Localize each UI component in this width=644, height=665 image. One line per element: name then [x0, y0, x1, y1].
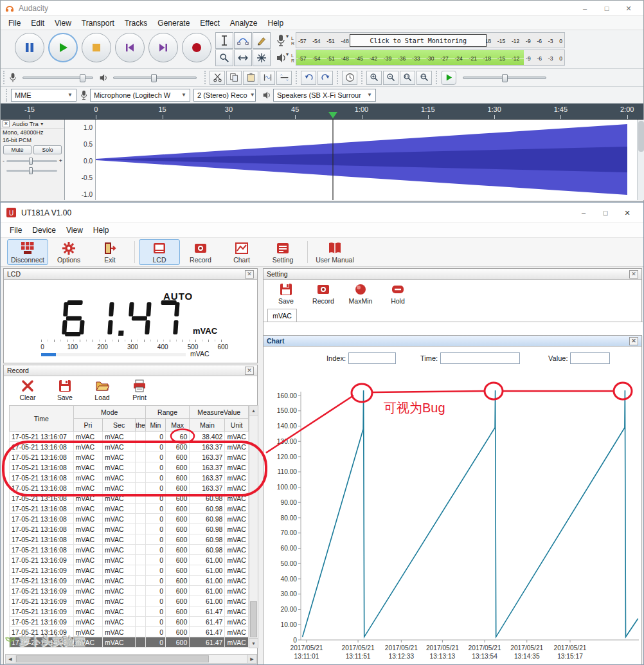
toolbar-gripper[interactable]	[204, 71, 207, 85]
toolbar-button-manual[interactable]: User Manual	[312, 239, 358, 265]
silence-audio-button[interactable]	[276, 71, 292, 85]
toolbar-button-setting[interactable]: Setting	[262, 239, 303, 265]
pan-slider[interactable]	[6, 170, 57, 172]
table-row[interactable]: 17-05-21 13:16:09mVACmVAC060061.00mVAC	[10, 576, 249, 586]
toolbar-gripper[interactable]	[296, 71, 298, 85]
zoom-in-button[interactable]	[366, 71, 382, 85]
cut-button[interactable]	[210, 71, 225, 85]
value-input[interactable]	[570, 352, 610, 364]
close-icon[interactable]: ✕	[245, 270, 254, 278]
recording-channels-select[interactable]: 2 (Stereo) Reco▼	[193, 89, 256, 102]
toolbar-button-record[interactable]: Record	[180, 239, 221, 265]
record-button[interactable]	[182, 33, 211, 62]
envelope-tool-button[interactable]	[234, 32, 252, 49]
redo-button[interactable]	[318, 71, 333, 85]
zoom-tool-button[interactable]	[215, 50, 233, 66]
toolbar-gripper[interactable]	[3, 71, 6, 85]
minimize-button[interactable]: –	[573, 206, 595, 220]
zoom-out-button[interactable]	[383, 71, 398, 85]
zoom-fit-button[interactable]	[416, 71, 432, 85]
table-row[interactable]: 17-05-21 13:16:09mVACmVAC060061.47mVAC	[10, 617, 249, 627]
track-name[interactable]: Audio Tra	[12, 120, 39, 127]
toolbar-gripper[interactable]	[436, 71, 438, 85]
play-at-speed-button[interactable]	[441, 71, 456, 85]
col-subheader[interactable]: Max	[166, 419, 190, 432]
record-meter[interactable]: -57-54-51-48-45-42-39-36-33-30-27-24-21-…	[296, 32, 565, 48]
start-monitoring-button[interactable]: Click to Start Monitoring	[350, 34, 487, 47]
stop-button[interactable]	[82, 33, 111, 62]
col-header[interactable]: Time	[10, 406, 74, 432]
menu-transport[interactable]: Transport	[76, 16, 120, 30]
track-menu-arrow-icon[interactable]: ▼	[40, 122, 44, 126]
record-print-button[interactable]: Print	[121, 379, 158, 401]
scroll-down-icon[interactable]: ▼	[249, 638, 258, 648]
record-load-button[interactable]: Load	[84, 379, 121, 401]
menu-analyze[interactable]: Analyze	[225, 16, 263, 30]
table-row[interactable]: 17-05-21 13:16:08mVACmVAC060060.98mVAC	[10, 545, 249, 555]
menu-effect[interactable]: Effect	[195, 16, 224, 30]
toolbar-gripper[interactable]	[337, 71, 339, 85]
zoom-selection-button[interactable]	[400, 71, 415, 85]
waveform-display[interactable]	[96, 120, 637, 200]
timeshift-tool-button[interactable]	[234, 50, 252, 66]
toolbar-button-exit[interactable]: Exit	[89, 239, 130, 265]
playhead-triangle-icon[interactable]	[328, 112, 337, 118]
menu-view[interactable]: View	[49, 16, 76, 30]
recording-volume-slider[interactable]	[22, 77, 93, 79]
col-subheader[interactable]: Pri	[73, 419, 102, 432]
table-row[interactable]: 17-05-21 13:16:09mVACmVAC060061.00mVAC	[10, 596, 249, 606]
time-input[interactable]	[440, 352, 520, 364]
menu-tracks[interactable]: Tracks	[120, 16, 153, 30]
table-row[interactable]: 17-05-21 13:16:08mVACmVAC060060.98mVAC	[10, 504, 249, 514]
table-row[interactable]: 17-05-21 13:16:09mVACmVAC060061.00mVAC	[10, 555, 249, 565]
table-row[interactable]: 17-05-21 13:16:08mVACmVAC0600163.37mVAC	[10, 452, 249, 462]
scrollbar-thumb[interactable]	[16, 655, 209, 662]
col-header[interactable]: Mode	[73, 406, 145, 419]
mute-button[interactable]: Mute	[3, 145, 31, 154]
recording-device-select[interactable]: Microphone (Logitech W▼	[90, 89, 190, 102]
maximize-button[interactable]: □	[596, 1, 618, 15]
minimize-button[interactable]: –	[574, 1, 596, 15]
table-row[interactable]: 17-05-21 13:16:08mVACmVAC0600163.37mVAC	[10, 442, 249, 452]
menu-help[interactable]: Help	[88, 223, 114, 237]
playback-device-select[interactable]: Speakers (SB X-Fi Surrour▼	[273, 89, 376, 102]
table-row[interactable]: 17-05-21 13:16:09mVACmVAC060061.00mVAC	[10, 565, 249, 576]
col-subheader[interactable]: Unit	[225, 419, 249, 432]
close-button[interactable]: ✕	[616, 206, 638, 220]
measurement-chart[interactable]: 160.00150.00140.00130.00120.00110.00100.…	[265, 369, 641, 665]
toolbar-button-chart[interactable]: Chart	[221, 239, 262, 265]
skip-to-start-button[interactable]	[115, 33, 145, 62]
record-meter-microphone-icon[interactable]	[276, 33, 286, 48]
table-horizontal-scrollbar[interactable]: ◀ ▶	[5, 654, 257, 664]
vertical-scale-ruler[interactable]: 1.00.50.0-0.5-1.0	[65, 120, 96, 200]
col-header[interactable]: Range	[145, 406, 189, 419]
toolbar-button-options[interactable]: Options	[48, 239, 89, 265]
menu-view[interactable]: View	[61, 223, 88, 237]
table-row[interactable]: 17-05-21 13:16:08mVACmVAC060060.98mVAC	[10, 524, 249, 534]
toolbar-button-disconnect[interactable]: Disconnect	[7, 239, 48, 265]
table-row[interactable]: 17-05-21 13:16:08mVACmVAC0600163.37mVAC	[10, 473, 249, 483]
toolbar-button-lcd[interactable]: LCD	[139, 239, 180, 265]
scroll-right-icon[interactable]: ▶	[247, 655, 256, 663]
gain-slider[interactable]	[6, 160, 57, 162]
pause-button[interactable]	[15, 33, 44, 62]
playback-meter[interactable]: -57-54-51-48-45-42-39-36-33-30-27-24-21-…	[296, 50, 565, 66]
skip-to-end-button[interactable]	[148, 33, 178, 62]
timer-button[interactable]	[342, 71, 357, 85]
trim-audio-button[interactable]	[260, 71, 275, 85]
scroll-up-icon[interactable]: ▲	[249, 406, 258, 415]
table-row[interactable]: 17-05-21 13:16:08mVACmVAC060060.98mVAC	[10, 534, 249, 545]
table-row[interactable]: 17-05-21 13:16:09mVACmVAC060061.00mVAC	[10, 586, 249, 596]
menu-file[interactable]: File	[4, 223, 27, 237]
play-speed-slider[interactable]	[463, 77, 546, 79]
table-row[interactable]: 17-05-21 13:16:08mVACmVAC060060.98mVAC	[10, 514, 249, 524]
meter-dropdown-arrow-icon[interactable]: ▾	[286, 51, 289, 67]
menu-help[interactable]: Help	[263, 16, 289, 30]
record-clear-button[interactable]: Clear	[9, 379, 46, 401]
menu-generate[interactable]: Generate	[152, 16, 195, 30]
toolbar-gripper[interactable]	[361, 71, 364, 85]
paste-button[interactable]	[243, 71, 258, 85]
scroll-left-icon[interactable]: ◀	[6, 655, 15, 663]
selection-tool-button[interactable]	[215, 32, 233, 49]
maximize-button[interactable]: □	[595, 206, 616, 220]
